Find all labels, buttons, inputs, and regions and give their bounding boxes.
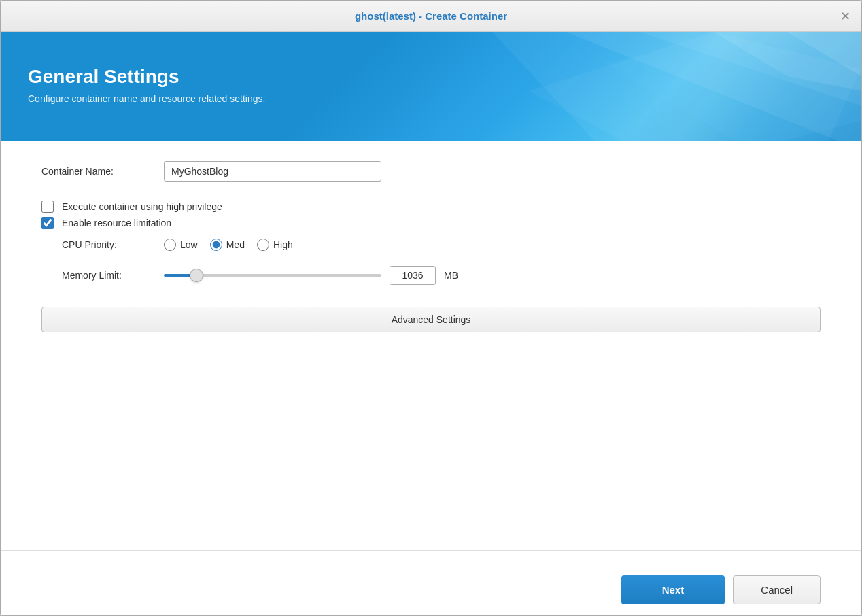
memory-slider[interactable] bbox=[164, 274, 381, 277]
close-button[interactable]: ✕ bbox=[840, 10, 850, 22]
resource-limit-row: Enable resource limitation bbox=[41, 217, 821, 229]
form-content: Container Name: Execute container using … bbox=[1, 141, 861, 564]
footer: Next Cancel bbox=[1, 564, 861, 615]
advanced-settings-button[interactable]: Advanced Settings bbox=[41, 307, 821, 332]
dialog: ghost(latest) - Create Container ✕ Gener… bbox=[0, 0, 862, 616]
cancel-button[interactable]: Cancel bbox=[733, 575, 821, 604]
resource-limit-label[interactable]: Enable resource limitation bbox=[62, 218, 171, 228]
memory-limit-row: Memory Limit: MB bbox=[62, 266, 821, 285]
container-name-row: Container Name: bbox=[41, 161, 821, 182]
high-privilege-checkbox[interactable] bbox=[41, 201, 54, 213]
cpu-low-radio[interactable] bbox=[164, 239, 176, 251]
cpu-priority-label: CPU Priority: bbox=[62, 239, 164, 250]
footer-divider bbox=[1, 550, 861, 551]
cpu-high-label[interactable]: High bbox=[273, 239, 293, 250]
page-subtitle: Configure container name and resource re… bbox=[28, 93, 834, 104]
next-button[interactable]: Next bbox=[621, 575, 725, 604]
page-title: General Settings bbox=[28, 66, 834, 88]
header-banner: General Settings Configure container nam… bbox=[1, 32, 861, 141]
cpu-low-option: Low bbox=[164, 239, 198, 251]
resource-limit-checkbox[interactable] bbox=[41, 217, 54, 229]
cpu-priority-row: CPU Priority: Low Med High bbox=[62, 239, 821, 251]
cpu-med-label[interactable]: Med bbox=[226, 239, 245, 250]
high-privilege-row: Execute container using high privilege bbox=[41, 201, 821, 213]
memory-value-input[interactable] bbox=[390, 266, 436, 285]
title-bar: ghost(latest) - Create Container ✕ bbox=[1, 1, 861, 32]
cpu-priority-group: Low Med High bbox=[164, 239, 300, 251]
cpu-med-option: Med bbox=[210, 239, 245, 251]
high-privilege-label[interactable]: Execute container using high privilege bbox=[62, 201, 222, 212]
memory-unit-label: MB bbox=[444, 270, 458, 281]
cpu-high-radio[interactable] bbox=[257, 239, 269, 251]
cpu-high-option: High bbox=[257, 239, 293, 251]
cpu-low-label[interactable]: Low bbox=[180, 239, 198, 250]
memory-slider-group: MB bbox=[164, 266, 458, 285]
dialog-title: ghost(latest) - Create Container bbox=[355, 10, 507, 22]
container-name-label: Container Name: bbox=[41, 166, 164, 177]
container-name-input[interactable] bbox=[164, 161, 381, 182]
cpu-med-radio[interactable] bbox=[210, 239, 222, 251]
memory-limit-label: Memory Limit: bbox=[62, 270, 164, 281]
